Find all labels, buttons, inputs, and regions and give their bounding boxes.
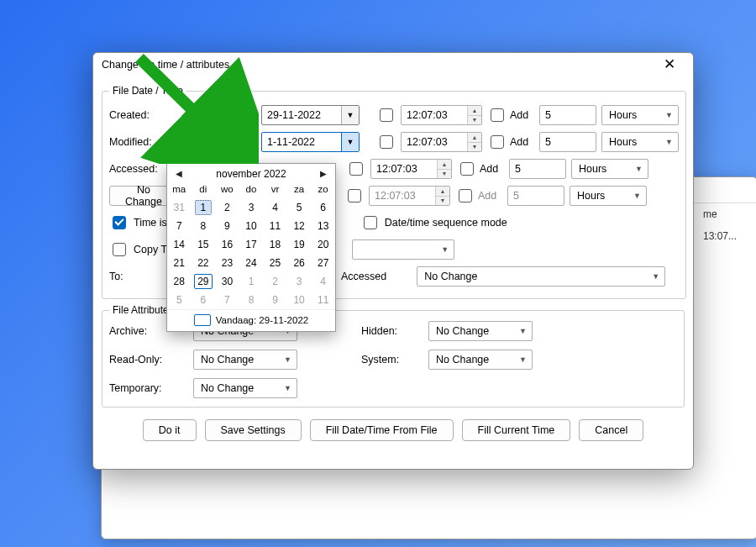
calendar-day[interactable]: 7: [167, 217, 192, 235]
calendar-day[interactable]: 26: [287, 254, 312, 272]
calendar-day[interactable]: 12: [287, 217, 312, 235]
created-enable-checkbox[interactable]: [240, 108, 254, 122]
calendar-next-icon[interactable]: ▶: [317, 167, 330, 180]
calendar-day[interactable]: 10: [287, 291, 312, 309]
modified-time-field[interactable]: ▲▼: [401, 132, 482, 152]
modified-unit-combo[interactable]: Hours▼: [601, 132, 679, 152]
readonly-combo[interactable]: No Change▼: [193, 350, 297, 370]
calendar-day[interactable]: 2: [263, 272, 287, 291]
modified-date-input[interactable]: [262, 134, 341, 150]
calendar-day[interactable]: 6: [311, 198, 335, 217]
calendar-prev-icon[interactable]: ◀: [172, 167, 186, 180]
calendar-day[interactable]: 6: [192, 291, 216, 309]
accessed-time-input[interactable]: [371, 160, 437, 177]
created-time-spinner[interactable]: ▲▼: [467, 106, 481, 124]
created-unit-combo[interactable]: Hours▼: [601, 105, 679, 125]
modified-time-checkbox[interactable]: [380, 135, 393, 149]
calendar-day[interactable]: 1: [192, 198, 216, 217]
accessed-add-checkbox[interactable]: [460, 162, 474, 176]
calendar-day[interactable]: 5: [167, 291, 192, 309]
modified-add-checkbox[interactable]: [491, 135, 504, 149]
calendar-day[interactable]: 23: [215, 254, 239, 272]
accessed-time-field[interactable]: ▲▼: [370, 159, 452, 179]
calendar-day[interactable]: 3: [287, 272, 312, 291]
do-it-button[interactable]: Do it: [143, 419, 197, 441]
modified-time-spinner[interactable]: ▲▼: [467, 133, 481, 151]
calendar-title[interactable]: november 2022: [216, 168, 286, 180]
created-time-field[interactable]: ▲▼: [401, 105, 482, 125]
created-time-checkbox[interactable]: [380, 108, 393, 122]
calendar-day[interactable]: 31: [167, 198, 192, 217]
chevron-down-icon[interactable]: ▼: [341, 106, 359, 124]
calendar-day[interactable]: 16: [215, 235, 239, 254]
calendar-day[interactable]: 10: [239, 217, 264, 235]
calendar-day[interactable]: 18: [263, 235, 287, 254]
calendar-weekday: ma: [167, 181, 192, 198]
calendar-day[interactable]: 11: [311, 291, 335, 309]
calendar-day[interactable]: 1: [239, 272, 264, 291]
calendar-day[interactable]: 21: [167, 254, 192, 272]
calendar-day[interactable]: 28: [167, 272, 192, 291]
created-add-value[interactable]: [539, 105, 596, 125]
chevron-down-icon[interactable]: ▼: [341, 133, 359, 151]
fill-current-time-button[interactable]: Fill Current Time: [462, 419, 571, 441]
hidden-combo[interactable]: No Change▼: [428, 321, 533, 341]
modified-time-input[interactable]: [402, 134, 467, 150]
nochange-time-input[interactable]: [370, 187, 435, 204]
calendar-day[interactable]: 11: [263, 217, 287, 235]
calendar-day[interactable]: 4: [311, 272, 335, 291]
created-time-input[interactable]: [402, 107, 467, 124]
calendar-day[interactable]: 3: [239, 198, 264, 217]
cancel-button[interactable]: Cancel: [579, 419, 643, 441]
created-add-checkbox[interactable]: [491, 108, 504, 122]
sequence-mode-checkbox[interactable]: [364, 216, 377, 229]
nochange-unit-combo[interactable]: Hours▼: [570, 186, 647, 206]
fill-from-file-button[interactable]: Fill Date/Time From File: [310, 419, 454, 441]
nochange-time-field[interactable]: ▲▼: [369, 186, 450, 206]
calendar-day[interactable]: 24: [239, 254, 264, 272]
nochange-time-spinner[interactable]: ▲▼: [435, 187, 449, 205]
to-combo[interactable]: No Change▼: [417, 266, 665, 287]
nochange-time-checkbox[interactable]: [348, 189, 361, 202]
calendar-day[interactable]: 30: [215, 272, 239, 291]
calendar-day[interactable]: 29: [192, 272, 216, 291]
calendar-day[interactable]: 7: [215, 291, 239, 309]
system-combo[interactable]: No Change▼: [428, 350, 533, 370]
calendar-day[interactable]: 8: [239, 291, 264, 309]
calendar-day[interactable]: 13: [311, 217, 335, 235]
temporary-combo[interactable]: No Change▼: [193, 378, 297, 398]
calendar-day[interactable]: 4: [263, 198, 287, 217]
sequence-mode-label: Date/time sequence mode: [385, 217, 507, 229]
accessed-add-value[interactable]: [509, 159, 566, 179]
calendar-day[interactable]: 5: [287, 198, 312, 217]
calendar-day[interactable]: 27: [311, 254, 335, 272]
copy-time-checkbox[interactable]: [113, 243, 126, 256]
close-icon[interactable]: ✕: [653, 54, 686, 76]
created-date-field[interactable]: ▼: [261, 105, 360, 125]
calendar-day[interactable]: 2: [215, 198, 239, 217]
calendar-day[interactable]: 14: [167, 235, 192, 254]
calendar-weekday: vr: [263, 181, 287, 198]
calendar-day[interactable]: 9: [215, 217, 239, 235]
modified-add-value[interactable]: [539, 132, 596, 152]
calendar-day[interactable]: 8: [192, 217, 216, 235]
accessed-time-checkbox[interactable]: [349, 162, 363, 176]
modified-enable-checkbox[interactable]: [240, 135, 254, 149]
nochange-add-value[interactable]: [507, 186, 564, 206]
calendar-day[interactable]: 9: [263, 291, 287, 309]
copy-source-combo[interactable]: ▼: [352, 239, 454, 260]
calendar-footer[interactable]: Vandaag: 29-11-2022: [167, 309, 335, 331]
calendar-day[interactable]: 22: [192, 254, 216, 272]
calendar-day[interactable]: 17: [239, 235, 264, 254]
modified-date-field[interactable]: ▼: [261, 132, 360, 152]
calendar-day[interactable]: 20: [311, 235, 335, 254]
calendar-day[interactable]: 19: [287, 235, 312, 254]
accessed-unit-combo[interactable]: Hours▼: [571, 159, 648, 179]
time-is-checkbox[interactable]: [113, 216, 126, 229]
accessed-time-spinner[interactable]: ▲▼: [437, 160, 451, 178]
nochange-add-checkbox[interactable]: [459, 189, 472, 202]
calendar-day[interactable]: 25: [263, 254, 287, 272]
created-date-input[interactable]: [262, 107, 341, 124]
calendar-day[interactable]: 15: [192, 235, 216, 254]
save-settings-button[interactable]: Save Settings: [205, 419, 302, 441]
